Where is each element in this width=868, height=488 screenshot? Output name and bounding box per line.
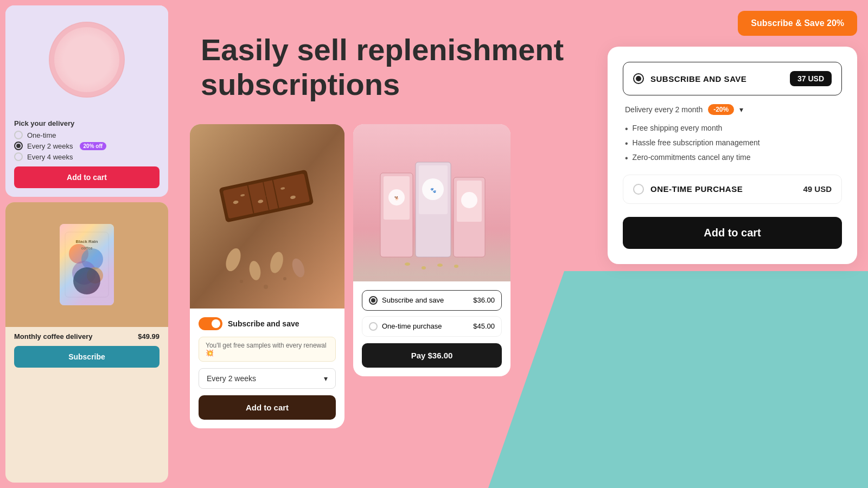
svg-point-4: [94, 45, 101, 53]
hero-section: Easily sell replenishment subscriptions: [168, 0, 597, 113]
card-chocolate: Subscribe and save You'll get free sampl…: [190, 124, 344, 428]
dogfood-product-image: 🐕 🐾: [353, 124, 510, 281]
svg-point-36: [240, 280, 243, 283]
svg-text:🐾: 🐾: [430, 187, 437, 194]
svg-point-53: [437, 264, 443, 267]
coffee-product-image: Black Rain coffee: [5, 202, 168, 327]
benefit-item-2: • Hassle free subscription management: [625, 138, 840, 149]
cereal-product-image: [5, 5, 168, 114]
subscribe-toggle-row: Subscribe and save: [199, 317, 336, 330]
coffee-subscribe-button[interactable]: Subscribe: [14, 346, 159, 368]
svg-point-14: [81, 248, 103, 270]
svg-point-13: [69, 244, 88, 264]
panel-subscribe-label: SUBSCRIBE AND SAVE: [650, 74, 746, 84]
svg-point-6: [92, 51, 98, 57]
svg-point-1: [60, 35, 114, 89]
svg-point-8: [88, 56, 94, 63]
subscribe-toggle-switch[interactable]: [199, 317, 222, 330]
hero-title: Easily sell replenishment subscriptions: [201, 33, 575, 102]
free-samples-notice: You'll get free samples with every renew…: [199, 337, 336, 362]
benefit-item-3: • Zero-commitments cancel any time: [625, 153, 840, 163]
option-every2weeks[interactable]: Every 2 weeks 20% off: [14, 142, 159, 150]
dogfood-illustration: 🐕 🐾: [353, 124, 510, 276]
panel-subscribe-option[interactable]: SUBSCRIBE AND SAVE 37 USD: [623, 62, 842, 95]
dropdown-arrow-icon: ▾: [324, 374, 328, 383]
delivery-label: Pick your delivery: [5, 114, 83, 131]
svg-point-50: [461, 192, 477, 208]
bullet-icon-1: •: [625, 124, 628, 134]
benefit-text-2: Hassle free subscription management: [633, 138, 760, 147]
coffee-price-text: $49.99: [138, 332, 159, 341]
dogfood-onetime-label: One-time purchase: [382, 322, 442, 330]
dogfood-pay-button[interactable]: Pay $36.00: [362, 343, 502, 368]
svg-text:coffee: coffee: [81, 246, 93, 250]
right-panel: Subscribe & Save 20% SUBSCRIBE AND SAVE …: [597, 0, 868, 488]
svg-point-54: [454, 265, 458, 268]
panel-add-to-cart-button[interactable]: Add to cart: [623, 217, 842, 249]
svg-point-10: [93, 61, 100, 68]
cereal-illustration: [49, 22, 125, 98]
cereal-bowl-visual: [49, 22, 125, 98]
svg-point-52: [422, 266, 426, 269]
frequency-text: Every 2 weeks: [207, 374, 256, 383]
delivery-radio-group: One-time Every 2 weeks 20% off Every 4 w…: [5, 131, 168, 161]
card-cereal: Pick your delivery One-time Every 2 week…: [5, 5, 168, 197]
dogfood-subscribe-option[interactable]: Subscribe and save $36.00: [362, 290, 502, 311]
delivery-dropdown-arrow-icon[interactable]: ▾: [739, 105, 743, 114]
svg-point-0: [50, 23, 124, 97]
chocolate-add-to-cart-button[interactable]: Add to cart: [199, 395, 336, 420]
panel-onetime-option[interactable]: ONE-TIME PURCHASE 49 USD: [623, 175, 842, 204]
card-dogfood: 🐕 🐾: [353, 124, 510, 376]
dogfood-subscribe-radio[interactable]: [369, 296, 378, 305]
option-every4weeks[interactable]: Every 4 weeks: [14, 152, 159, 161]
bullet-icon-2: •: [625, 138, 628, 149]
radio-every4weeks[interactable]: [14, 152, 23, 161]
coffee-name-text: Monthly coffee delivery: [14, 332, 92, 341]
svg-point-9: [76, 61, 81, 67]
coffee-bag-illustration: Black Rain coffee: [62, 227, 111, 303]
discount-badge-orange: -20%: [708, 104, 734, 115]
subscribe-toggle-label: Subscribe and save: [228, 319, 299, 328]
card-coffee: Black Rain coffee Monthly coffee deliver…: [5, 202, 168, 483]
chocolate-illustration: [190, 124, 344, 309]
panel-subscribe-price: 37 USD: [790, 71, 832, 86]
discount-badge: 20% off: [80, 142, 107, 150]
svg-text:Black Rain: Black Rain: [76, 239, 98, 244]
svg-point-11: [84, 65, 90, 70]
svg-point-17: [73, 267, 100, 294]
dogfood-onetime-option[interactable]: One-time purchase $45.00: [362, 316, 502, 337]
radio-every2weeks[interactable]: [14, 142, 23, 150]
bullet-icon-3: •: [625, 153, 628, 163]
dogfood-subscribe-label: Subscribe and save: [382, 296, 444, 304]
svg-point-51: [405, 262, 410, 266]
svg-point-37: [264, 285, 268, 289]
svg-point-38: [283, 277, 286, 280]
frequency-dropdown[interactable]: Every 2 weeks ▾: [199, 368, 336, 389]
delivery-row: Delivery every 2 month -20% ▾: [623, 104, 842, 115]
dogfood-onetime-radio[interactable]: [369, 322, 378, 331]
option-onetime-label: One-time: [27, 131, 56, 139]
svg-point-5: [72, 53, 80, 61]
svg-point-15: [72, 261, 96, 285]
purchase-card: SUBSCRIBE AND SAVE 37 USD Delivery every…: [608, 47, 857, 264]
panel-onetime-radio[interactable]: [633, 184, 644, 195]
subscribe-save-button[interactable]: Subscribe & Save 20%: [738, 11, 857, 36]
option-every2weeks-label: Every 2 weeks: [27, 142, 73, 150]
svg-text:🐕: 🐕: [394, 196, 399, 201]
dogfood-card-body: Subscribe and save $36.00 One-time purch…: [353, 281, 510, 376]
benefit-text-1: Free shipping every month: [633, 124, 723, 132]
panel-subscribe-radio[interactable]: [633, 73, 644, 84]
cereal-add-to-cart-button[interactable]: Add to cart: [14, 166, 159, 188]
dogfood-onetime-price: $45.00: [473, 322, 495, 330]
dogfood-purchase-options: Subscribe and save $36.00 One-time purch…: [362, 290, 502, 337]
chocolate-product-image: [190, 124, 344, 309]
coffee-product-name: Monthly coffee delivery $49.99: [5, 327, 168, 341]
benefits-list: • Free shipping every month • Hassle fre…: [623, 124, 842, 164]
benefit-text-3: Zero-commitments cancel any time: [633, 153, 751, 162]
radio-onetime[interactable]: [14, 131, 23, 139]
dogfood-subscribe-price: $36.00: [473, 296, 495, 304]
svg-rect-20: [190, 124, 344, 309]
delivery-text: Delivery every 2 month: [625, 105, 703, 114]
panel-onetime-price: 49 USD: [803, 184, 832, 194]
option-onetime[interactable]: One-time: [14, 131, 159, 139]
